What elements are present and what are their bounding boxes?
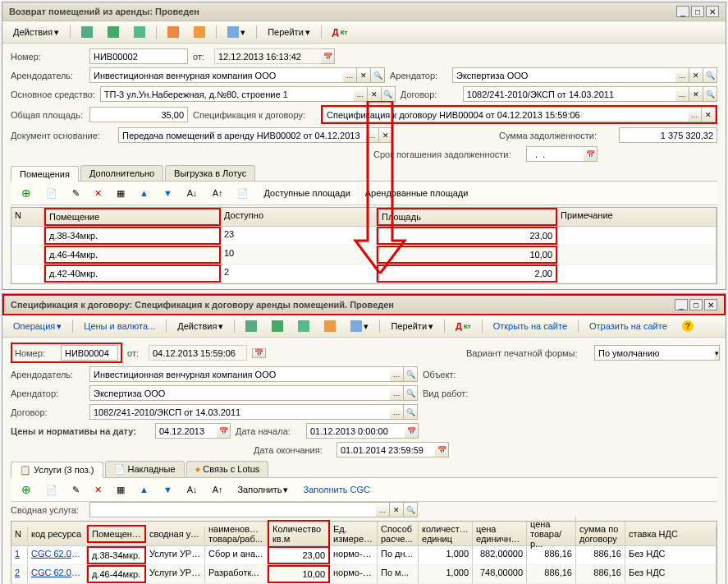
services-grid[interactable]: N код ресурса Помещение сводная услуга н… bbox=[11, 521, 717, 584]
clear-icon[interactable]: ✕ bbox=[689, 86, 703, 102]
select-icon[interactable]: … bbox=[688, 107, 702, 122]
table-row[interactable]: 2 CGC 62.01... д.46-44мкр. Услуги УРПО Р… bbox=[11, 565, 717, 584]
table-row[interactable]: д.46-44мкр. 10 10,00 bbox=[11, 246, 717, 264]
open-icon[interactable]: 🔍 bbox=[404, 366, 418, 382]
clear-icon[interactable]: ✕ bbox=[379, 127, 393, 143]
fill-cgc-button[interactable]: Заполнить CGC bbox=[297, 482, 376, 497]
help-icon[interactable]: ? bbox=[676, 318, 699, 334]
grid-icon[interactable]: ▦ bbox=[111, 186, 130, 201]
tab-extra[interactable]: Дополнительно bbox=[80, 165, 163, 181]
icon-button-2[interactable] bbox=[102, 24, 125, 40]
deadline-input[interactable] bbox=[526, 146, 584, 162]
debt-input[interactable] bbox=[619, 127, 717, 143]
actions-menu[interactable]: Действия ▾ bbox=[172, 319, 229, 334]
calendar-icon[interactable]: 📅 bbox=[584, 146, 598, 162]
add-icon[interactable]: ⊕ bbox=[16, 184, 37, 202]
sort-desc-icon[interactable]: A↑ bbox=[207, 482, 229, 497]
maximize-button[interactable]: □ bbox=[691, 6, 704, 17]
sort-asc-icon[interactable]: A↓ bbox=[181, 186, 204, 200]
icon-button[interactable] bbox=[266, 318, 289, 334]
delete-icon[interactable]: ✕ bbox=[89, 186, 108, 201]
prices-button[interactable]: Цены и валюта... bbox=[78, 319, 161, 333]
maximize-button[interactable]: □ bbox=[689, 299, 703, 310]
add-icon[interactable]: ⊕ bbox=[16, 481, 37, 499]
calendar-icon[interactable]: 📅 bbox=[321, 48, 335, 64]
open-icon[interactable]: 🔍 bbox=[703, 67, 717, 83]
open-icon[interactable]: 🔍 bbox=[371, 67, 385, 83]
reflect-site-button[interactable]: Отразить на сайте bbox=[584, 319, 673, 333]
icon-button-4[interactable] bbox=[162, 24, 185, 40]
open-icon[interactable]: 🔍 bbox=[703, 86, 717, 102]
landlord-input[interactable] bbox=[89, 366, 390, 382]
sort-desc-icon[interactable]: A↑ bbox=[207, 186, 229, 200]
down-icon[interactable]: ▼ bbox=[158, 482, 178, 497]
close-button[interactable]: ✕ bbox=[704, 299, 717, 310]
edit-icon[interactable]: ✎ bbox=[66, 186, 85, 201]
summary-input[interactable] bbox=[89, 502, 376, 517]
asset-input[interactable] bbox=[100, 86, 354, 102]
icon-button[interactable] bbox=[318, 318, 341, 334]
actions-menu[interactable]: Действия ▾ bbox=[7, 25, 65, 40]
fill-menu[interactable]: Заполнить ▾ bbox=[231, 482, 294, 498]
open-icon[interactable]: 🔍 bbox=[404, 502, 418, 517]
start-input[interactable] bbox=[306, 423, 405, 439]
goto-menu[interactable]: Перейти ▾ bbox=[262, 25, 316, 40]
calendar-icon[interactable]: 📅 bbox=[252, 348, 266, 358]
down-icon[interactable]: ▼ bbox=[158, 186, 178, 200]
icon-button-6[interactable]: ▾ bbox=[222, 24, 251, 40]
prices-date-input[interactable] bbox=[155, 423, 217, 439]
tab-services[interactable]: 📋 Услуги (3 поз.) bbox=[11, 462, 103, 478]
sort-asc-icon[interactable]: A↓ bbox=[181, 482, 204, 497]
number-input[interactable] bbox=[61, 345, 118, 361]
end-input[interactable] bbox=[337, 442, 435, 458]
tab-rooms[interactable]: Помещения bbox=[11, 166, 79, 182]
clear-icon[interactable]: ✕ bbox=[357, 67, 371, 83]
select-icon[interactable]: … bbox=[390, 404, 404, 420]
calendar-icon[interactable]: 📅 bbox=[435, 442, 449, 458]
clear-icon[interactable]: ✕ bbox=[702, 107, 716, 122]
delete-icon[interactable]: ✕ bbox=[89, 482, 108, 498]
add-copy-icon[interactable]: 📄 bbox=[40, 186, 63, 201]
tab-lotus[interactable]: Выгрузка в Лотус bbox=[165, 165, 255, 181]
select-icon[interactable]: … bbox=[390, 385, 404, 401]
open-icon[interactable]: 🔍 bbox=[382, 86, 396, 102]
contract-input[interactable] bbox=[463, 86, 675, 102]
tenant-input[interactable] bbox=[452, 67, 675, 83]
dtkt-icon[interactable]: ДКт bbox=[450, 319, 477, 333]
tab-invoices[interactable]: 📄 Накладные bbox=[105, 461, 185, 477]
from-input[interactable] bbox=[214, 48, 321, 64]
icon-button[interactable] bbox=[292, 318, 315, 334]
select-icon[interactable]: … bbox=[365, 127, 379, 143]
calendar-icon[interactable]: 📅 bbox=[405, 423, 419, 439]
edit-icon[interactable]: ✎ bbox=[66, 482, 85, 498]
open-site-button[interactable]: Открыть на сайте bbox=[488, 319, 573, 333]
icon-button[interactable] bbox=[240, 318, 263, 334]
print-input[interactable] bbox=[594, 345, 715, 361]
icon-button-5[interactable] bbox=[188, 24, 211, 40]
base-input[interactable] bbox=[118, 127, 365, 143]
clear-icon[interactable]: ✕ bbox=[390, 502, 404, 517]
number-input[interactable] bbox=[89, 48, 188, 64]
tenant-input[interactable] bbox=[89, 385, 390, 401]
from-input[interactable] bbox=[149, 345, 247, 361]
table-row[interactable]: д.38-34мкр. 23 23,00 bbox=[11, 227, 717, 246]
contract-input[interactable] bbox=[89, 404, 390, 420]
landlord-input[interactable] bbox=[89, 67, 343, 83]
icon-button-1[interactable] bbox=[76, 24, 98, 40]
calendar-icon[interactable]: 📅 bbox=[217, 423, 231, 439]
dropdown-icon[interactable]: ▾ bbox=[715, 345, 720, 361]
close-button[interactable]: ✕ bbox=[706, 6, 719, 17]
area-input[interactable] bbox=[89, 107, 188, 122]
icon-button[interactable]: ▾ bbox=[345, 318, 374, 334]
select-icon[interactable]: … bbox=[675, 86, 689, 102]
tab-lotus[interactable]: ● Связь с Lotus bbox=[186, 461, 269, 477]
table-row[interactable]: д.42-40мкр. 2 2,00 bbox=[11, 264, 717, 283]
up-icon[interactable]: ▲ bbox=[134, 482, 154, 497]
page-icon[interactable]: 📄 bbox=[231, 186, 254, 201]
select-icon[interactable]: … bbox=[675, 67, 689, 83]
select-icon[interactable]: … bbox=[376, 502, 390, 517]
select-icon[interactable]: … bbox=[354, 86, 368, 102]
dtkt-icon[interactable]: ДКт bbox=[327, 25, 354, 39]
grid-icon[interactable]: ▦ bbox=[111, 482, 130, 498]
minimize-button[interactable]: _ bbox=[675, 299, 688, 310]
